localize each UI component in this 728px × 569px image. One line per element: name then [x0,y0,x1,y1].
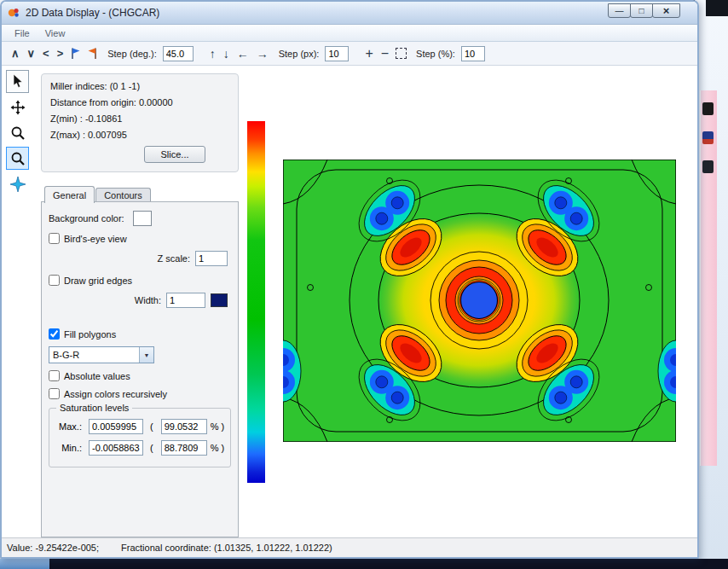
app-window: 2D Data Display - (CHGCAR) — □ × File Vi… [0,0,699,559]
draw-grid-label: Draw grid edges [64,276,132,286]
maximize-icon: □ [638,6,644,15]
fit-view-icon[interactable] [396,48,407,59]
rotate-cw-flag-icon[interactable] [87,47,98,60]
step-deg-input[interactable] [163,46,194,61]
slice-info-panel: Miller indices: (0 1 -1) Distance from o… [41,73,239,172]
width-label: Width: [135,295,161,305]
saturation-max-input[interactable] [89,419,143,434]
pan-left-icon[interactable]: ← [236,48,250,60]
charge-density-map [283,160,676,442]
status-coordinate-text: Fractional coordinate: (1.01325, 1.01222… [121,543,332,553]
gadget-icon[interactable] [702,131,714,144]
window-controls: — □ × [609,3,680,18]
star-compass-icon [10,177,26,192]
tool-move-button[interactable] [6,96,29,119]
saturation-min-input[interactable] [89,440,143,456]
colormap-dropdown[interactable]: B-G-R ▼ [49,346,154,363]
colorbar [247,121,265,483]
taskbar-corner[interactable] [0,559,49,569]
zoom-in-icon[interactable]: + [364,47,373,61]
app-icon [7,6,20,20]
tab-bar: General Contours [44,186,152,203]
menu-file[interactable]: File [7,26,38,40]
rotate-right-icon[interactable]: > [56,48,65,59]
close-icon: × [663,4,670,17]
width-input[interactable] [166,293,205,308]
close-button[interactable]: × [652,3,680,18]
step-pct-label: Step (%): [416,49,455,59]
absolute-values-checkbox[interactable] [49,370,60,381]
saturation-levels-label: Saturation levels [56,403,132,413]
fill-polygons-checkbox[interactable] [49,328,60,340]
pan-up-icon[interactable]: ↑ [209,48,217,60]
zmin-text: Z(min) : -0.10861 [50,113,229,124]
step-px-label: Step (px): [279,49,320,59]
tab-general[interactable]: General [44,186,95,203]
tool-select-button[interactable] [6,70,29,93]
saturation-max-label: Max.: [55,421,82,432]
background-color-swatch[interactable] [133,211,152,226]
step-px-input[interactable] [325,46,349,61]
max-paren-open: ( [150,421,153,432]
minimize-icon: — [615,6,624,15]
saturation-max-pct-input[interactable] [161,419,207,434]
taskbar[interactable] [0,559,728,569]
rotate-up-icon[interactable]: ∧ [10,48,20,59]
status-bar: Value: -9.25422e-005; Fractional coordin… [2,537,697,557]
toolbar: ∧ ∨ < > Step (deg.): ↑ ↓ ← → Step (px): … [2,42,697,66]
max-paren-close: % ) [211,421,225,432]
window-title: 2D Data Display - (CHGCAR) [26,7,159,19]
magnifier-icon [10,125,26,141]
assign-colors-label: Assign colors recursively [64,389,167,399]
chevron-down-icon: ▼ [139,347,153,363]
min-paren-close: % ) [211,443,225,453]
maximize-button[interactable]: □ [630,3,653,18]
zmax-text: Z(max) : 0.007095 [50,130,229,140]
pan-down-icon[interactable]: ↓ [222,48,230,60]
gadget-icon[interactable] [702,102,714,115]
slice-button[interactable]: Slice... [144,146,205,163]
tool-zoom-region-button[interactable] [6,147,29,170]
grid-color-swatch[interactable] [211,293,228,307]
desktop-window-fragment [706,0,728,16]
birds-eye-label: Bird's-eye view [64,234,127,244]
step-pct-input[interactable] [461,46,485,61]
general-tab-page: Background color: Bird's-eye view Z scal… [41,201,239,537]
zoom-out-icon[interactable]: − [380,47,390,61]
birds-eye-checkbox[interactable] [49,233,60,244]
menu-bar: File View [2,25,697,42]
colormap-value: B-G-R [49,350,139,360]
rotate-ccw-flag-icon[interactable] [70,47,81,60]
cursor-icon [11,74,24,89]
saturation-levels-group: Saturation levels Max.: ( % ) Min.: ( % … [49,408,231,467]
min-paren-open: ( [150,443,153,453]
assign-colors-checkbox[interactable] [49,388,60,399]
tool-zoom-button[interactable] [6,121,29,144]
pan-right-icon[interactable]: → [256,48,269,60]
background-color-label: Background color: [49,213,124,224]
move-icon [10,100,26,115]
tool-strip [6,70,32,195]
distance-origin-text: Distance from origin: 0.00000 [50,97,229,107]
titlebar[interactable]: 2D Data Display - (CHGCAR) — □ × [2,2,697,25]
draw-grid-checkbox[interactable] [49,275,60,286]
menu-view[interactable]: View [38,26,73,40]
contour-plot[interactable] [283,160,676,442]
magnifier-region-icon [10,151,26,166]
fill-polygons-label: Fill polygons [64,329,116,340]
z-scale-input[interactable] [195,251,228,266]
z-scale-label: Z scale: [157,253,190,264]
status-value-text: Value: -9.25422e-005; [7,543,99,553]
rotate-down-icon[interactable]: ∨ [26,48,37,59]
saturation-min-label: Min.: [55,443,82,453]
gadget-icon[interactable] [702,160,714,173]
rotate-left-icon[interactable]: < [42,48,50,59]
desktop-sidebar-gadget [700,90,717,466]
absolute-values-label: Absolute values [64,371,130,381]
saturation-min-pct-input[interactable] [161,440,207,456]
minimize-button[interactable]: — [608,3,631,18]
miller-indices-text: Miller indices: (0 1 -1) [50,81,229,91]
tool-reset-view-button[interactable] [6,172,29,195]
step-deg-label: Step (deg.): [107,49,156,59]
